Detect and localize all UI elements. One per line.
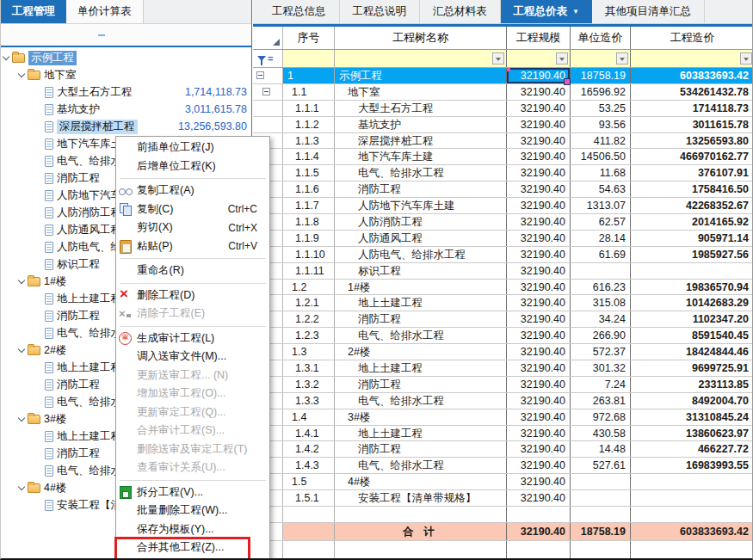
cell-unitcost: 11.68 [571,165,631,181]
table-row[interactable]: 1.1.10 人防电气、给排水工程 32190.40 61.69 1985927… [253,247,753,263]
filter-funnel-icon[interactable] [257,56,266,61]
tab[interactable]: 其他项目清单汇总 ▼ [592,0,705,23]
column-header-cost[interactable]: 工程造价 [631,27,753,49]
filter-cell[interactable] [507,50,571,67]
table-row[interactable]: 1.4.1 地上土建工程 32190.40 430.58 13860623.97 [253,426,753,442]
table-row[interactable]: 1.1 地下室 32190.40 16596.92 534261432.78 [253,84,753,101]
context-menu-item[interactable]: 增加送审工程(O)... [116,385,269,403]
tab[interactable]: 工程总价表 ▼ [501,0,592,23]
table-row[interactable]: 1.1.6 消防工程 32190.40 54.63 1758416.50 [253,182,753,198]
context-menu-item[interactable] [116,175,269,182]
collapse-minus-icon[interactable] [262,88,270,95]
context-menu-item[interactable]: 保存为模板(Y)... [116,520,269,539]
filter-dropdown-icon[interactable] [740,52,752,65]
chevron-down-icon[interactable] [18,70,25,77]
table-row[interactable]: 1.2.2 消防工程 32190.40 34.24 1102347.20 [253,311,753,328]
context-menu-item[interactable] [116,323,269,329]
table-row[interactable]: 1.5.1 安装工程【清单带规格】 32190.40 [253,490,753,507]
table-row[interactable]: 1.4 3#楼 32190.40 972.68 31310845.24 [253,409,753,426]
filter-cell[interactable] [631,50,753,67]
context-menu-item[interactable] [116,280,269,286]
context-menu-item[interactable] [116,255,269,262]
table-row[interactable]: 1 示例工程 32190.40 18758.19 603833693.42 [253,68,753,84]
context-menu-item[interactable]: 清除子工程(E) [116,305,269,323]
chevron-down-icon[interactable]: ▼ [572,0,579,23]
left-tab[interactable]: 单价计算表 [66,0,144,23]
cell-scale: 32190.40 [507,263,571,279]
chevron-down-icon[interactable] [18,345,25,352]
table-row[interactable]: 1.4.3 电气、给排水工程 32190.40 527.61 16983993.… [253,458,753,474]
toolbar-button[interactable] [98,34,105,36]
cell-name: 深层搅拌桩工程 [335,133,507,149]
table-row[interactable]: 1.2 1#楼 32190.40 616.23 19836570.94 [253,280,753,296]
column-header-name[interactable]: 工程树名称 [335,27,507,49]
table-row[interactable]: 1.5 4#楼 32190.40 [253,474,753,490]
filter-cell[interactable] [283,50,335,67]
left-tab[interactable]: 工程管理 [1,0,66,23]
context-menu-item[interactable]: 更新审定工程(Q)... [116,403,269,422]
table-row[interactable]: 1.1.9 人防通风工程 32190.40 28.14 905971.14 [253,231,753,247]
table-row[interactable]: 1.3.2 消防工程 32190.40 7.24 233113.85 [253,377,753,393]
context-menu-item[interactable]: 更新送审工程... (N) [116,366,269,385]
table-row[interactable]: 1.1.7 人防地下汽车库土建 32190.40 1313.07 4226835… [253,198,753,214]
table-row[interactable]: 1.1.5 电气、给排水工程 32190.40 11.68 376107.91 [253,165,753,182]
context-menu-item[interactable]: 删除工程(D) [116,286,269,305]
table-row[interactable]: 1.1.1 大型土石方工程 32190.40 53.25 1714118.73 [253,101,753,117]
collapse-minus-icon[interactable] [256,71,264,79]
cell-cost: 31310845.24 [631,409,753,425]
table-row[interactable]: 1.2.1 地上土建工程 32190.40 315.08 10142683.29 [253,295,753,311]
table-row[interactable]: 1.4.2 消防工程 32190.40 14.48 466227.72 [253,441,753,458]
cell-scale: 32190.40 [507,247,571,262]
chevron-down-icon[interactable] [3,52,9,59]
table-row[interactable]: 1.3.1 地上土建工程 32190.40 301.32 9699725.91 [253,360,753,377]
column-header-scale[interactable]: 工程规模 [507,27,571,49]
table-row[interactable]: 1.1.8 人防消防工程 32190.40 62.57 2014165.92 [253,214,753,231]
document-icon [45,87,53,98]
context-menu-item[interactable]: 复制(C) Ctrl+C [116,200,269,219]
context-menu-item[interactable]: 删除送审及审定工程(T) [116,440,269,459]
cell-unitcost: 527.61 [571,458,631,473]
context-menu-item[interactable]: 合并其他工程(Z)... [116,538,269,557]
tree-item[interactable]: 深层搅拌桩工程 13,256,593.80 [1,118,251,135]
context-menu-item[interactable] [116,477,269,483]
filter-dropdown-icon[interactable] [556,52,568,65]
context-menu-item[interactable]: 合并审计工程(S)... [116,422,269,440]
table-row[interactable]: 1.1.2 基坑支护 32190.40 93.56 3011615.78 [253,117,753,133]
chevron-down-icon[interactable] [18,276,25,283]
tab[interactable]: 工程总信息 ▼ [259,0,340,23]
chevron-down-icon[interactable] [18,483,25,489]
context-menu-item[interactable]: 拆分工程(V)... [116,483,269,502]
context-menu-item[interactable]: 剪切(X) Ctrl+X [116,218,269,237]
table-row[interactable]: 1.3.3 电气、给排水工程 32190.40 263.81 8492004.7… [253,393,753,409]
filter-cell[interactable] [335,50,507,67]
table-row[interactable]: 1.2.3 电气、给排水工程 32190.40 266.90 8591540.4… [253,328,753,344]
table-row[interactable]: 1.3 2#楼 32190.40 572.37 18424844.46 [253,344,753,360]
tree-item[interactable]: 大型土石方工程 1,714,118.73 [1,83,251,101]
chevron-down-icon[interactable] [18,414,25,421]
context-menu-item[interactable]: 调入送审文件(M)... [116,348,269,366]
filter-cell[interactable] [571,50,631,67]
tree-item[interactable]: 示例工程 [1,49,251,66]
tree-item[interactable]: 基坑支护 3,011,615.78 [1,101,251,118]
empty-row [253,507,753,523]
context-menu-item[interactable]: 批量删除工程(W)... [116,502,269,520]
context-menu-item[interactable]: 重命名(R) [116,262,269,280]
tab[interactable]: 汇总材料表 ▼ [420,0,501,23]
filter-dropdown-icon[interactable] [616,52,628,65]
menu-item-label: 复制工程(A) [137,183,194,198]
tree-item[interactable]: 地下室 [1,66,251,83]
filter-dropdown-icon[interactable] [492,52,504,65]
table-row[interactable]: 1.1.3 深层搅拌桩工程 32190.40 411.82 13256593.8… [253,133,753,150]
tab[interactable]: 工程总说明 ▼ [340,0,421,23]
document-icon [45,397,53,408]
context-menu-item[interactable]: 生成审计工程(L) [116,329,269,348]
context-menu-item[interactable]: 后增单位工程(K) [116,157,269,176]
context-menu-item[interactable]: 前插单位工程(J) [116,138,269,157]
column-header-seq[interactable]: 序号 [283,27,335,49]
column-header-unitcost[interactable]: 单位造价 [571,27,631,49]
table-row[interactable]: 1.1.4 地下汽车库土建 32190.40 14506.50 46697016… [253,149,753,165]
context-menu-item[interactable]: 查看审计关系(U)... [116,458,269,477]
context-menu-item[interactable]: 粘贴(P) Ctrl+V [116,237,269,256]
table-row[interactable]: 1.1.11 标识工程 32190.40 [253,263,753,280]
context-menu-item[interactable]: 复制工程(A) [116,182,269,200]
